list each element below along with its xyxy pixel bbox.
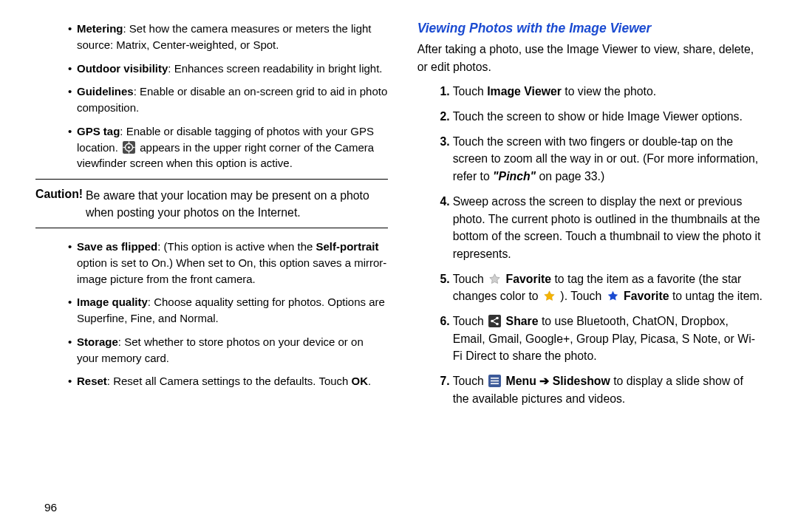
svg-rect-7 — [488, 315, 501, 327]
caution-body: Be aware that your location may be prese… — [86, 187, 388, 222]
steps-list: Touch Image Viewer to view the photo. To… — [417, 83, 763, 407]
setting-outdoor-visibility: Outdoor visibility: Enhances screen read… — [68, 61, 388, 77]
desc-after: appears in the upper right corner of the… — [77, 141, 374, 170]
desc-after: option is set to On.) When set to On, th… — [77, 256, 386, 285]
page-number: 96 — [44, 501, 57, 514]
inline-strong: Self-portrait — [316, 240, 379, 253]
step-2: Touch the screen to show or hide Image V… — [438, 108, 763, 126]
gps-target-icon — [123, 141, 135, 154]
term: Reset — [77, 375, 107, 387]
step-5: Touch Favorite to tag the item as a favo… — [438, 270, 763, 305]
svg-rect-15 — [491, 381, 499, 382]
term: Save as flipped — [77, 240, 157, 253]
caution-block: Caution! Be aware that your location may… — [35, 179, 388, 228]
desc-after: . — [368, 375, 371, 387]
setting-guidelines: Guidelines: Enable or disable an on-scre… — [68, 83, 388, 116]
section-intro: After taking a photo, use the Image View… — [417, 41, 763, 75]
term: Image quality — [77, 296, 148, 308]
desc: : Set whether to store photos on your de… — [77, 335, 364, 364]
setting-gps-tag: GPS tag: Enable or disable tagging of ph… — [68, 123, 388, 171]
inline-strong: OK — [352, 375, 369, 387]
star-blue-icon — [607, 290, 619, 302]
menu-icon — [488, 375, 501, 387]
settings-list-top: Metering: Set how the camera measures or… — [35, 21, 388, 171]
settings-list-bottom: Save as flipped: (This option is active … — [35, 239, 388, 389]
star-yellow-icon — [543, 290, 556, 302]
star-outline-icon — [488, 273, 501, 285]
setting-save-as-flipped: Save as flipped: (This option is active … — [68, 239, 388, 287]
step-3: Touch the screen with two fingers or dou… — [438, 133, 763, 185]
left-column: Metering: Set how the camera measures or… — [35, 21, 388, 415]
step-7: Touch Menu ➔ Slideshow to display a slid… — [438, 372, 763, 407]
svg-point-2 — [128, 146, 130, 148]
term: Guidelines — [77, 85, 134, 98]
svg-rect-14 — [491, 378, 499, 379]
desc: : Enhances screen readability in bright … — [168, 62, 382, 75]
desc-before: : (This option is active when the — [157, 240, 316, 253]
step-6: Touch Share to use Bluetooth, ChatON, Dr… — [438, 313, 763, 365]
desc-before: : Reset all Camera settings to the defau… — [107, 375, 352, 387]
share-icon — [488, 315, 501, 327]
right-column: Viewing Photos with the Image Viewer Aft… — [417, 21, 763, 415]
term: GPS tag — [77, 125, 120, 137]
caution-label: Caution! — [35, 188, 83, 200]
setting-metering: Metering: Set how the camera measures or… — [68, 21, 388, 53]
step-1: Touch Image Viewer to view the photo. — [438, 83, 763, 100]
section-heading: Viewing Photos with the Image Viewer — [417, 21, 763, 36]
term: Outdoor visibility — [77, 62, 168, 75]
setting-image-quality: Image quality: Choose aquality setting f… — [68, 294, 388, 327]
setting-storage: Storage: Set whether to store photos on … — [68, 334, 388, 366]
term: Storage — [77, 335, 118, 348]
setting-reset: Reset: Reset all Camera settings to the … — [68, 373, 388, 389]
term: Metering — [77, 22, 123, 35]
step-4: Sweep across the screen to display the n… — [438, 193, 763, 263]
svg-rect-16 — [491, 383, 499, 384]
